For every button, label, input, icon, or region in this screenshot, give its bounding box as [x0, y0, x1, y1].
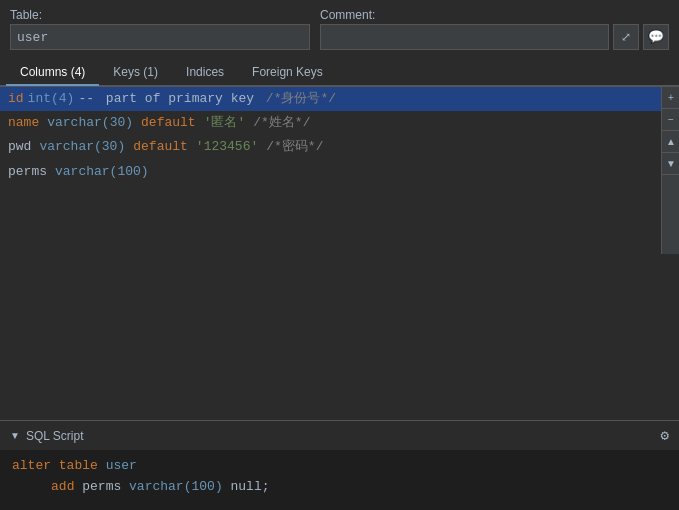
sql-header[interactable]: ▼ SQL Script ⚙	[0, 421, 679, 450]
sql-kw-add: add	[51, 479, 74, 494]
tab-keys[interactable]: Keys (1)	[99, 60, 172, 86]
comment-bubble-icon: 💬	[648, 29, 664, 45]
scroll-buttons: + − ▲ ▼	[661, 87, 679, 254]
table-label: Table:	[10, 8, 310, 22]
sql-editor[interactable]: alter table user add perms varchar(100) …	[0, 450, 679, 510]
comment-input[interactable]	[320, 24, 609, 50]
expand-button[interactable]: ⤢	[613, 24, 639, 50]
col-val-pwd: '123456'	[196, 138, 258, 156]
add-button[interactable]: +	[662, 87, 679, 109]
scroll-down-button[interactable]: ▼	[662, 153, 679, 175]
sql-col-type: varchar(100)	[129, 479, 223, 494]
tab-foreign-keys[interactable]: Foreign Keys	[238, 60, 337, 86]
expand-icon: ⤢	[621, 30, 631, 45]
sql-null: null;	[231, 479, 270, 494]
columns-container: id int(4) -- part of primary key /*身份号*/…	[0, 87, 661, 254]
sql-col-name: perms	[82, 479, 129, 494]
col-name-id: id	[8, 90, 24, 108]
top-row: Table: Comment: ⤢ 💬	[10, 8, 669, 50]
col-name-perms: perms	[8, 163, 47, 181]
col-name-name: name	[8, 114, 39, 132]
table-input[interactable]	[10, 24, 310, 50]
content-area: id int(4) -- part of primary key /*身份号*/…	[0, 86, 679, 254]
col-kw-pwd: default	[133, 138, 188, 156]
scroll-up-button[interactable]: ▲	[662, 131, 679, 153]
sql-header-left: ▼ SQL Script	[10, 429, 83, 443]
tabs-bar: Columns (4) Keys (1) Indices Foreign Key…	[0, 60, 679, 86]
sql-script-label: SQL Script	[26, 429, 84, 443]
sql-collapse-icon: ▼	[10, 430, 20, 441]
top-section: Table: Comment: ⤢ 💬	[0, 0, 679, 60]
sql-table-name: user	[106, 458, 137, 473]
col-name-pwd: pwd	[8, 138, 31, 156]
col-comment-pwd: /*密码*/	[266, 138, 323, 156]
col-dash-id: --	[78, 90, 94, 108]
comment-label: Comment:	[320, 8, 669, 22]
tab-indices[interactable]: Indices	[172, 60, 238, 86]
main-container: Table: Comment: ⤢ 💬 Columns (4) Ke	[0, 0, 679, 510]
col-comment-id: /*身份号*/	[266, 90, 336, 108]
sql-line-1: alter table user	[12, 456, 667, 477]
col-type-pwd: varchar(30)	[39, 138, 125, 156]
col-desc-id: part of primary key	[98, 90, 262, 108]
comment-field-group: Comment: ⤢ 💬	[320, 8, 669, 50]
table-row[interactable]: name varchar(30) default '匿名' /*姓名*/	[0, 111, 661, 135]
col-type-perms: varchar(100)	[55, 163, 149, 181]
table-row[interactable]: pwd varchar(30) default '123456' /*密码*/	[0, 135, 661, 159]
col-kw-name: default	[141, 114, 196, 132]
col-type-name: varchar(30)	[47, 114, 133, 132]
gear-icon[interactable]: ⚙	[661, 427, 669, 444]
comment-row: ⤢ 💬	[320, 24, 669, 50]
table-row[interactable]: id int(4) -- part of primary key /*身份号*/	[0, 87, 661, 111]
remove-button[interactable]: −	[662, 109, 679, 131]
col-comment-name: /*姓名*/	[253, 114, 310, 132]
sql-kw-alter: alter table	[12, 458, 98, 473]
table-row[interactable]: perms varchar(100)	[0, 160, 661, 184]
col-val-name: '匿名'	[204, 114, 246, 132]
tab-columns[interactable]: Columns (4)	[6, 60, 99, 86]
col-type-id: int(4)	[28, 90, 75, 108]
empty-area	[0, 254, 679, 421]
comment-icon-button[interactable]: 💬	[643, 24, 669, 50]
table-field-group: Table:	[10, 8, 310, 50]
sql-line-2: add perms varchar(100) null;	[12, 477, 667, 498]
sql-section: ▼ SQL Script ⚙ alter table user add perm…	[0, 420, 679, 510]
